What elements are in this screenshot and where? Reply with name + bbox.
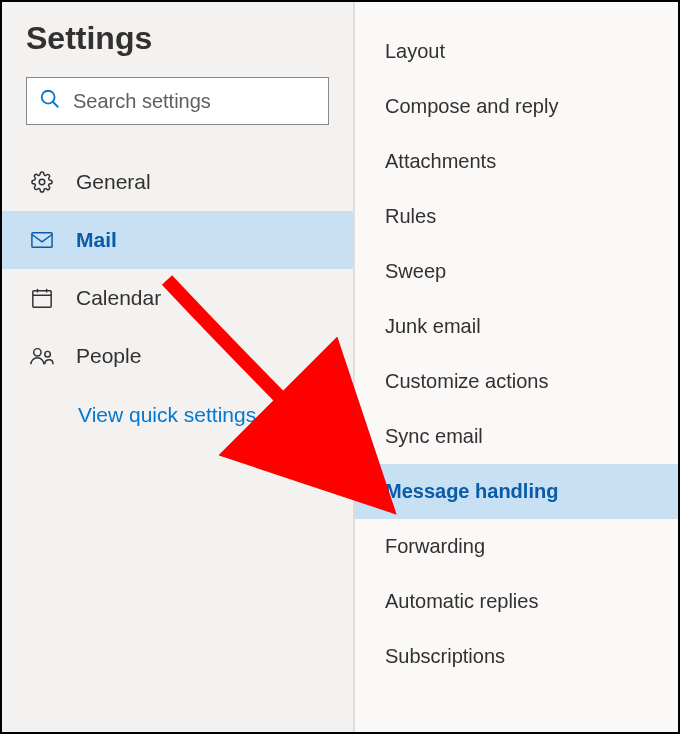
sub-item-label: Message handling <box>385 480 558 503</box>
sub-item-label: Automatic replies <box>385 590 538 613</box>
people-icon <box>30 346 54 366</box>
sub-item-customize-actions[interactable]: Customize actions <box>355 354 678 409</box>
search-icon <box>39 88 61 114</box>
sub-item-layout[interactable]: Layout <box>355 24 678 79</box>
sub-item-sync-email[interactable]: Sync email <box>355 409 678 464</box>
sub-item-compose-and-reply[interactable]: Compose and reply <box>355 79 678 134</box>
sub-item-sweep[interactable]: Sweep <box>355 244 678 299</box>
sub-item-forwarding[interactable]: Forwarding <box>355 519 678 574</box>
svg-point-14 <box>45 351 51 357</box>
nav-item-label: People <box>76 344 141 368</box>
search-box[interactable] <box>26 77 329 125</box>
sub-item-attachments[interactable]: Attachments <box>355 134 678 189</box>
svg-point-2 <box>39 179 45 185</box>
svg-point-13 <box>34 349 41 356</box>
settings-nav: GeneralMailCalendarPeople <box>2 153 353 385</box>
sub-item-subscriptions[interactable]: Subscriptions <box>355 629 678 684</box>
mail-icon <box>30 231 54 249</box>
svg-rect-3 <box>32 233 52 248</box>
view-quick-settings-link[interactable]: View quick settings <box>2 403 353 427</box>
sub-item-label: Forwarding <box>385 535 485 558</box>
nav-item-calendar[interactable]: Calendar <box>2 269 353 327</box>
sub-item-label: Sweep <box>385 260 446 283</box>
sub-item-label: Layout <box>385 40 445 63</box>
mail-settings-panel: LayoutCompose and replyAttachmentsRulesS… <box>354 2 678 732</box>
sub-item-label: Junk email <box>385 315 481 338</box>
mail-settings-list: LayoutCompose and replyAttachmentsRulesS… <box>355 24 678 684</box>
gear-icon <box>30 171 54 193</box>
sub-item-label: Sync email <box>385 425 483 448</box>
settings-sidebar: Settings GeneralMailCalendarPeople View … <box>2 2 354 732</box>
nav-item-people[interactable]: People <box>2 327 353 385</box>
nav-item-label: Calendar <box>76 286 161 310</box>
sub-item-message-handling[interactable]: Message handling <box>355 464 678 519</box>
calendar-icon <box>30 287 54 309</box>
nav-item-label: Mail <box>76 228 117 252</box>
sub-item-automatic-replies[interactable]: Automatic replies <box>355 574 678 629</box>
sub-item-label: Customize actions <box>385 370 548 393</box>
nav-item-general[interactable]: General <box>2 153 353 211</box>
search-input[interactable] <box>73 90 316 113</box>
sub-item-label: Subscriptions <box>385 645 505 668</box>
page-title: Settings <box>26 20 329 57</box>
sub-item-label: Attachments <box>385 150 496 173</box>
sub-item-rules[interactable]: Rules <box>355 189 678 244</box>
nav-item-label: General <box>76 170 151 194</box>
svg-point-0 <box>42 91 55 104</box>
nav-item-mail[interactable]: Mail <box>2 211 353 269</box>
sub-item-label: Compose and reply <box>385 95 558 118</box>
svg-rect-4 <box>33 291 51 308</box>
sub-item-junk-email[interactable]: Junk email <box>355 299 678 354</box>
sub-item-label: Rules <box>385 205 436 228</box>
svg-line-1 <box>53 102 59 108</box>
